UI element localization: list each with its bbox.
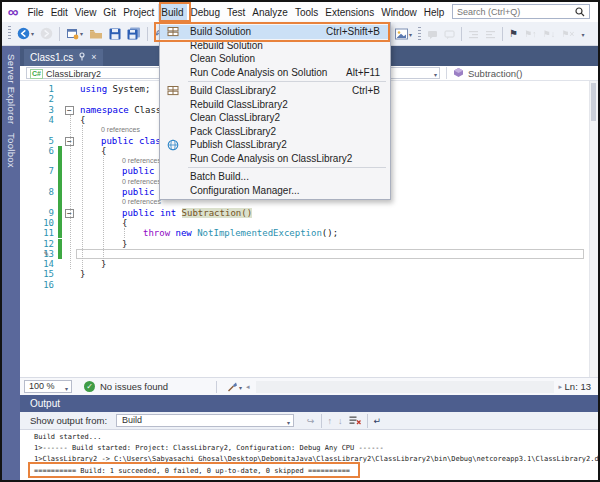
codelens-references-link[interactable]: 0 references [122, 156, 161, 166]
indent-decrease-icon[interactable] [466, 25, 481, 43]
menu-window[interactable]: Window [378, 4, 421, 21]
prev-bookmark-icon[interactable]: ⚑↑ [522, 25, 539, 43]
chevron-down-icon: ▾ [434, 71, 437, 78]
menu-view[interactable]: View [71, 4, 100, 21]
menu-project[interactable]: Project [120, 4, 158, 21]
menu-item-run-code-analysis-on-classlibrary2[interactable]: Run Code Analysis on ClassLibrary2 [160, 152, 390, 166]
menu-item-batch-build-[interactable]: Batch Build... [160, 170, 390, 184]
navbar-divider [446, 67, 447, 79]
codelens-references-link[interactable]: 0 references [101, 125, 140, 135]
toolbar-grip-handle[interactable] [418, 27, 421, 42]
menu-item-label: Configuration Manager... [190, 185, 300, 196]
menu-analyze[interactable]: Analyze [249, 4, 292, 21]
output-title: Output [30, 398, 60, 409]
code-text: throw new NotImplementedException(); [80, 228, 338, 238]
menu-file[interactable]: File [24, 4, 47, 21]
menu-item-rebuild-solution[interactable]: Rebuild Solution [160, 39, 390, 53]
clear-all-output-icon[interactable] [346, 415, 364, 428]
change-tracking-bar [58, 197, 62, 207]
menu-item-rebuild-classlibrary2[interactable]: Rebuild ClassLibrary2 [160, 98, 390, 112]
change-tracking-bar [58, 218, 62, 228]
toolbar-grip-handle[interactable] [8, 26, 11, 41]
toolbar-dropdown[interactable]: ▾ [578, 25, 586, 43]
horizontal-scrollbar[interactable] [256, 381, 554, 393]
goto-message-icon[interactable]: ↪ [304, 416, 318, 426]
menu-debug[interactable]: Debug [187, 4, 223, 21]
save-icon[interactable] [107, 25, 123, 43]
output-source-dropdown[interactable]: Build▾ [116, 414, 294, 427]
menu-item-clean-classlibrary2[interactable]: Clean ClassLibrary2 [160, 111, 390, 125]
code-line-15: 15} [20, 269, 598, 279]
menu-git[interactable]: Git [100, 4, 120, 21]
comment-icon[interactable] [425, 25, 440, 43]
menu-item-build-classlibrary2[interactable]: Build ClassLibrary2Ctrl+B [160, 84, 390, 98]
scroll-left-icon[interactable]: ◂ [246, 381, 250, 393]
health-text: No issues found [100, 381, 168, 392]
menu-item-configuration-manager-[interactable]: Configuration Manager... [160, 184, 390, 198]
bookmark-icon[interactable]: ⚑ [507, 25, 520, 43]
check-circle-icon: ✓ [84, 381, 95, 392]
close-icon[interactable]: × [91, 53, 96, 62]
forward-icon[interactable] [38, 25, 55, 43]
code-cleanup-icon[interactable]: ▾ [226, 381, 242, 393]
code-token: { [101, 146, 106, 156]
image-frame-icon[interactable]: ▾ [393, 25, 414, 43]
csharp-project-icon: C# [30, 69, 43, 79]
document-tab-class1[interactable]: Class1.cs × [24, 49, 103, 66]
output-line-4: ========== Build: 1 succeeded, 0 failed,… [34, 466, 598, 477]
back-icon[interactable]: ▾ [15, 25, 36, 43]
save-all-icon[interactable] [125, 25, 143, 43]
menu-help[interactable]: Help [420, 4, 448, 21]
menu-item-publish-classlibrary2[interactable]: Publish ClassLibrary2 [160, 138, 390, 152]
member-dropdown[interactable]: Subtraction() [453, 67, 522, 79]
clear-bookmarks-icon[interactable]: ⚑× [559, 25, 576, 43]
vertical-scrollbar[interactable] [589, 81, 598, 377]
next-bookmark-icon[interactable]: ⚑↓ [541, 25, 558, 43]
menu-item-run-code-analysis-on-solution[interactable]: Run Code Analysis on SolutionAlt+F11 [160, 66, 390, 80]
document-health-indicator[interactable]: ✓ No issues found [84, 381, 168, 392]
menu-item-pack-classlibrary2[interactable]: Pack ClassLibrary2 [160, 125, 390, 139]
output-log[interactable]: Build started...1>------ Build started: … [20, 430, 598, 480]
next-message-icon[interactable]: ↓ [335, 416, 346, 426]
line-number: 4 [20, 115, 54, 125]
code-token: Subtraction() [182, 208, 252, 218]
word-wrap-icon[interactable]: ↵ [371, 416, 385, 426]
breadcrumb: C#ClassLibrary2 [30, 69, 101, 79]
scrollbar-thumb[interactable] [591, 83, 596, 121]
search-box[interactable] [452, 4, 590, 19]
tool-window-tab-toolbox[interactable]: Toolbox [6, 133, 17, 168]
menu-item-shortcut: Ctrl+B [352, 84, 380, 98]
scroll-right-icon[interactable]: ▸ [558, 381, 562, 393]
prev-message-icon[interactable]: ↑ [325, 416, 336, 426]
tool-window-tab-server-explorer[interactable]: Server Explorer [6, 54, 17, 125]
codelens-references-link[interactable]: 0 references [122, 177, 161, 187]
build-menu-dropdown: Build SolutionCtrl+Shift+BRebuild Soluti… [159, 22, 391, 200]
breadcrumb-project: ClassLibrary2 [46, 69, 101, 79]
change-tracking-bar [58, 208, 62, 218]
line-number: 14 [20, 259, 54, 269]
chevron-down-icon: ▾ [409, 31, 412, 38]
indent-increase-icon[interactable] [483, 25, 498, 43]
uncomment-icon[interactable] [442, 25, 457, 43]
menu-test[interactable]: Test [223, 4, 248, 21]
pin-icon[interactable] [78, 52, 86, 63]
codelens-references-link[interactable]: 0 references [122, 197, 161, 207]
output-panel-header[interactable]: Output [20, 395, 598, 412]
chevron-down-icon: ▾ [65, 384, 68, 395]
search-input[interactable] [457, 7, 572, 17]
menu-item-clean-solution[interactable]: Clean Solution [160, 52, 390, 66]
new-project-icon[interactable]: ▾ [64, 25, 85, 43]
code-text: } [80, 259, 106, 269]
menu-item-build-solution[interactable]: Build SolutionCtrl+Shift+B [160, 25, 390, 39]
collapse-toggle-icon[interactable]: − [65, 106, 74, 115]
code-token: { [122, 218, 127, 228]
zoom-level-dropdown[interactable]: 100 %▾ [24, 380, 72, 393]
menu-edit[interactable]: Edit [47, 4, 71, 21]
open-folder-icon[interactable] [87, 25, 105, 43]
menu-extensions[interactable]: Extensions [322, 4, 378, 21]
toolbar-divider [321, 414, 322, 428]
visual-studio-logo-icon: ∞ [2, 3, 24, 21]
menu-tools[interactable]: Tools [291, 4, 321, 21]
editor-status-row: 100 %▾ ✓ No issues found ▾ ◂ ▸ Ln: 13 [20, 377, 598, 395]
menu-build[interactable]: Build [158, 4, 187, 21]
